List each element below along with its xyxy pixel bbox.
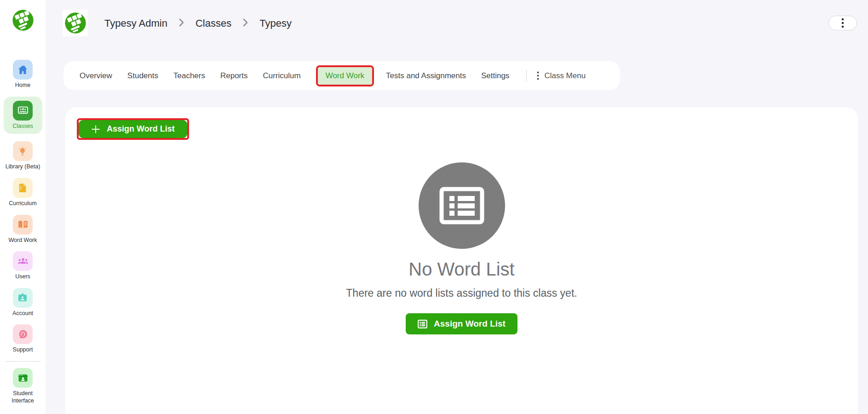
account-id-card-icon [13,288,33,308]
breadcrumb-typesy[interactable]: Typesy [259,17,292,29]
tab-reports[interactable]: Reports [220,71,248,80]
tab-teachers[interactable]: Teachers [173,71,205,80]
tab-tests-and-assignments[interactable]: Tests and Assignments [386,71,466,80]
word-list-icon [418,320,427,328]
tab-settings[interactable]: Settings [481,71,509,80]
tab-overview[interactable]: Overview [80,71,112,80]
assign-word-list-button-empty-state[interactable]: Assign Word List [406,313,517,334]
library-bulb-icon [13,141,33,161]
plus-icon [91,125,100,134]
assign-word-list-button-label: Assign Word List [434,319,506,329]
assign-word-list-button[interactable]: Assign Word List [79,120,187,138]
sidebar-item-home[interactable]: Home [13,60,33,89]
word-work-tab-red-annotation: Word Work [316,65,374,86]
sidebar-item-label: Support [13,346,33,354]
assign-word-list-red-annotation: Assign Word List [77,118,189,140]
support-chat-icon [13,324,33,344]
curriculum-document-icon [13,178,33,198]
word-work-panel: Assign Word List No Word List There are … [65,107,858,414]
classes-icon [13,101,33,121]
sidebar-item-label: Account [12,310,33,317]
sidebar-nav: Home Classes [0,60,46,412]
class-menu-button[interactable]: Class Menu [537,71,586,80]
tab-word-work[interactable]: Word Work [318,67,372,85]
header-typesy-logo[interactable] [63,10,88,36]
sidebar-item-label: Curriculum [9,200,36,207]
chevron-right-icon [179,17,184,29]
sidebar-item-curriculum[interactable]: Curriculum [9,178,36,207]
empty-state: No Word List There are no word lists ass… [65,162,858,334]
word-list-empty-circle [419,162,505,249]
empty-state-title: No Word List [408,259,514,280]
word-list-icon [439,187,484,224]
empty-state-message: There are no word lists assigned to this… [346,287,577,299]
breadcrumb-classes[interactable]: Classes [195,17,231,29]
class-tab-bar: Overview Students Teachers Reports Curri… [63,61,620,90]
sidebar-item-word-work[interactable]: Word Work [8,215,37,244]
breadcrumb-typesy-admin[interactable]: Typesy Admin [104,17,167,29]
sidebar-item-label: Home [15,82,30,89]
sidebar-item-label: Users [15,273,30,281]
sidebar-item-label: Word Work [8,237,37,244]
assign-word-list-button-label: Assign Word List [107,124,175,134]
word-work-book-icon [13,215,33,235]
tab-bar-divider [526,69,527,82]
tab-students[interactable]: Students [127,71,158,80]
class-menu-label: Class Menu [544,71,586,80]
header-more-options-button[interactable] [828,16,857,30]
sidebar-item-label: Student Interface [3,390,43,404]
sidebar-item-label: Classes [12,123,33,130]
sidebar: Home Classes [0,0,46,414]
typesy-logo-icon [63,11,87,35]
chevron-right-icon [243,17,248,29]
student-interface-icon [13,368,33,388]
kebab-menu-icon [537,71,539,80]
typesy-logo-icon [11,8,35,32]
sidebar-item-support[interactable]: Support [13,324,33,354]
sidebar-divider [5,361,41,362]
kebab-menu-icon [841,18,844,28]
typesy-logo[interactable] [11,8,35,34]
sidebar-item-library[interactable]: Library (Beta) [6,141,40,171]
sidebar-item-account[interactable]: Account [12,288,33,317]
home-icon [13,60,33,80]
sidebar-item-users[interactable]: Users [13,251,33,281]
users-icon [13,251,33,271]
sidebar-item-classes[interactable]: Classes [4,97,42,134]
sidebar-item-label: Library (Beta) [6,163,40,171]
sidebar-item-student-interface[interactable]: Student Interface [3,368,43,404]
tab-curriculum[interactable]: Curriculum [263,71,300,80]
breadcrumb: Typesy Admin Classes Typesy [104,0,292,46]
